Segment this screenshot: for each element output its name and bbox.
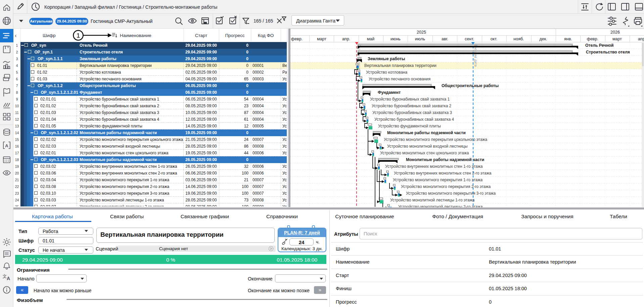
svg-text:Устройство монолитного перекры: Устройство монолитного перекрытия 3-го э… (406, 191, 496, 196)
svg-text:Общестроительные работы: Общестроительные работы (442, 83, 499, 88)
svg-text:Устройство монолитной лестницы: Устройство монолитной лестницы 1-го этаж… (390, 198, 475, 202)
svg-text:Устройство фундаментной плиты: Устройство фундаментной плиты (378, 124, 441, 128)
svg-text:Отель Речной: Отель Речной (585, 43, 614, 48)
svg-text:Устройство монолитных стен цок: Устройство монолитных стен цокольного эт… (380, 151, 469, 155)
svg-text:A: A (7, 276, 10, 281)
svg-text:A: A (5, 143, 8, 148)
svg-text:Устройство буронабивных свай з: Устройство буронабивных свай захватка 2 (372, 104, 452, 108)
svg-text:Устройство монолитного перекры: Устройство монолитного перекрытия 2-го э… (401, 184, 491, 189)
svg-text:Устройство буронабивных свай з: Устройство буронабивных свай захватка 1 (370, 97, 450, 102)
svg-text:文: 文 (3, 274, 7, 279)
svg-text:Устройство монолитного перекры: Устройство монолитного перекрытия 1-го э… (393, 178, 483, 182)
svg-text:Устройство буронабивных свай з: Устройство буронабивных свай захватка 4 (374, 117, 454, 122)
svg-text:Устройство песчаного основания: Устройство песчаного основания (369, 77, 430, 81)
svg-text:Устройство внутренних монолитн: Устройство внутренних монолитных стен 1-… (385, 164, 483, 169)
svg-text:Устройство котлована: Устройство котлована (366, 70, 407, 75)
svg-text:Устройство монолитной входной: Устройство монолитной входной лестницы (387, 144, 468, 149)
svg-text:Устройство внутренних монолитн: Устройство внутренних монолитных стен 2-… (394, 171, 492, 176)
svg-text:1: 1 (77, 32, 80, 39)
svg-text:Земляные работы: Земляные работы (368, 56, 405, 61)
svg-text:Монолитные работы подземной ча: Монолитные работы подземной части (387, 130, 466, 135)
svg-text:Текущая дата: Текущая дата (474, 44, 478, 67)
svg-text:Вертикальная планировка террит: Вертикальная планировка территории (364, 63, 436, 68)
svg-text:Фундамент: Фундамент (378, 90, 401, 95)
svg-text:Строительство отеля: Строительство отеля (586, 50, 630, 54)
svg-text:Монолитные работы надземной ча: Монолитные работы надземной части (406, 157, 484, 162)
svg-text:Устройство монолитной лестницы: Устройство монолитной лестницы 2-го этаж… (398, 204, 483, 207)
svg-text:Устройство буронабивных свай з: Устройство буронабивных свай захватка 3 (372, 110, 452, 115)
svg-text:Устройство монолитного перекры: Устройство монолитного перекрытия цоколь… (384, 137, 488, 142)
